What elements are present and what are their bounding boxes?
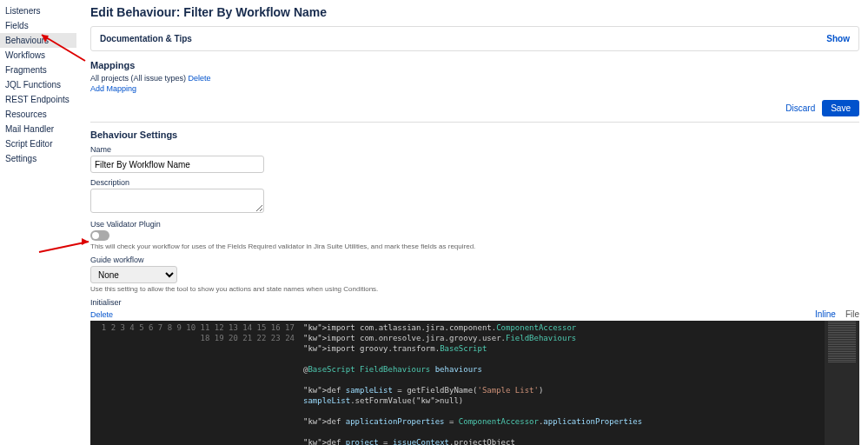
guide-workflow-label: Guide workflow xyxy=(90,256,859,264)
name-input[interactable] xyxy=(90,156,264,173)
validator-label: Use Validator Plugin xyxy=(90,220,859,229)
guide-workflow-select[interactable]: None xyxy=(90,266,177,283)
sidebar-item-behaviours[interactable]: Behaviours xyxy=(0,33,76,48)
sidebar-item-fragments[interactable]: Fragments xyxy=(0,63,76,77)
name-label: Name xyxy=(90,145,859,154)
sidebar-item-fields[interactable]: Fields xyxy=(0,18,76,33)
sidebar-item-resources[interactable]: Resources xyxy=(0,107,76,122)
guide-workflow-help: Use this setting to allow the tool to sh… xyxy=(90,285,859,293)
sidebar-item-workflows[interactable]: Workflows xyxy=(0,48,76,63)
sidebar-item-settings[interactable]: Settings xyxy=(0,151,76,166)
file-tab[interactable]: File xyxy=(845,309,859,319)
code-editor[interactable]: 1 2 3 4 5 6 7 8 9 10 11 12 13 14 15 16 1… xyxy=(90,321,859,445)
page-title: Edit Behaviour: Filter By Workflow Name xyxy=(90,5,859,19)
minimap[interactable] xyxy=(825,321,859,445)
mapping-delete-link[interactable]: Delete xyxy=(189,74,211,83)
sidebar-item-rest-endpoints[interactable]: REST Endpoints xyxy=(0,92,76,107)
mappings-heading: Mappings xyxy=(90,60,859,70)
code-content[interactable]: "kw">import com.atlassian.jira.component… xyxy=(298,321,859,445)
initialiser-label: Initialiser xyxy=(90,298,122,307)
doc-tips-panel: Documentation & Tips Show xyxy=(90,26,859,51)
line-gutter: 1 2 3 4 5 6 7 8 9 10 11 12 13 14 15 16 1… xyxy=(90,321,298,445)
initialiser-header: Initialiser Delete Inline File xyxy=(90,298,859,319)
description-input[interactable] xyxy=(90,189,264,213)
doc-tips-show-link[interactable]: Show xyxy=(826,34,850,43)
initialiser-delete-link[interactable]: Delete xyxy=(90,310,113,319)
mapping-entry-text: All projects (All issue types) xyxy=(90,74,186,83)
sidebar-item-jql-functions[interactable]: JQL Functions xyxy=(0,77,76,92)
inline-tab[interactable]: Inline xyxy=(815,309,836,319)
behaviour-settings-heading: Behaviour Settings xyxy=(90,130,859,140)
add-mapping-link[interactable]: Add Mapping xyxy=(90,84,136,93)
validator-help: This will check your workflow for uses o… xyxy=(90,242,859,250)
sidebar-item-listeners[interactable]: Listeners xyxy=(0,3,76,18)
sidebar: ListenersFieldsBehavioursWorkflowsFragme… xyxy=(0,0,76,445)
discard-button[interactable]: Discard xyxy=(785,103,815,113)
validator-toggle[interactable] xyxy=(90,230,109,241)
description-label: Description xyxy=(90,178,859,187)
doc-tips-label: Documentation & Tips xyxy=(100,34,192,43)
sidebar-item-mail-handler[interactable]: Mail Handler xyxy=(0,122,76,136)
save-button[interactable]: Save xyxy=(822,100,859,116)
mapping-entry-row: All projects (All issue types) Delete xyxy=(90,74,859,83)
actions-row: Discard Save xyxy=(90,95,859,123)
sidebar-item-script-editor[interactable]: Script Editor xyxy=(0,136,76,151)
main-content: Edit Behaviour: Filter By Workflow Name … xyxy=(76,0,868,445)
